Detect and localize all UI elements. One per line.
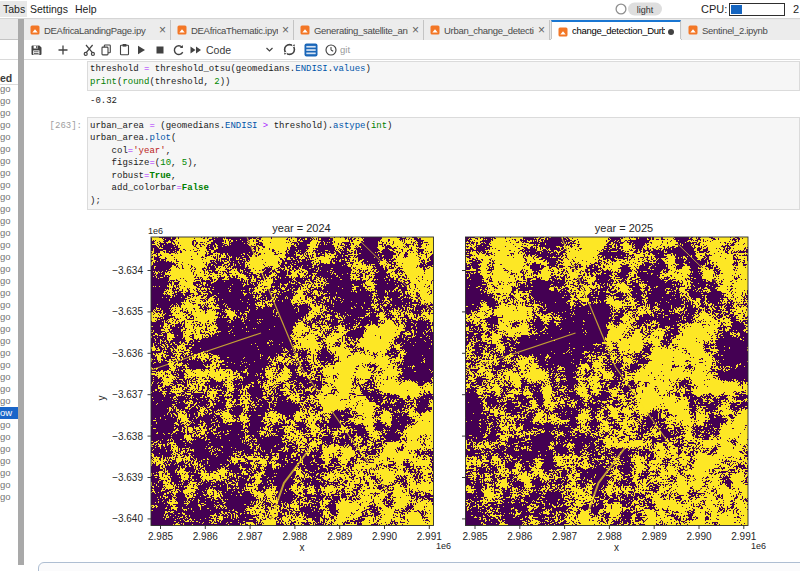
svg-text:2.985: 2.985 [462,531,487,542]
svg-text:light: light [637,5,654,15]
svg-text:2.986: 2.986 [193,531,218,542]
svg-text:2.987: 2.987 [238,531,263,542]
svg-text:x: x [300,542,305,553]
svg-text:2.988: 2.988 [597,531,622,542]
svg-text:−3.634: −3.634 [112,265,143,276]
svg-text:−3.635: −3.635 [112,306,143,317]
svg-text:2.987: 2.987 [552,531,577,542]
svg-text:2.990: 2.990 [372,531,397,542]
svg-text:2.986: 2.986 [507,531,532,542]
svg-text:2.989: 2.989 [327,531,352,542]
svg-text:1e6: 1e6 [751,541,766,551]
svg-text:Code: Code [206,44,231,56]
svg-text:y: y [96,396,107,401]
svg-text:−3.638: −3.638 [112,431,143,442]
svg-text:1e6: 1e6 [436,541,451,551]
svg-text:−3.640: −3.640 [112,513,143,524]
svg-text:year = 2025: year = 2025 [595,222,653,234]
svg-text:2.985: 2.985 [148,531,173,542]
svg-text:−3.637: −3.637 [112,389,143,400]
svg-text:2.988: 2.988 [282,531,307,542]
svg-text:year = 2024: year = 2024 [272,222,330,234]
svg-text:−3.639: −3.639 [112,472,143,483]
svg-text:−3.636: −3.636 [112,348,143,359]
svg-text:git: git [340,44,350,55]
svg-text:x: x [614,542,619,553]
svg-text:2.989: 2.989 [642,531,667,542]
svg-text:2.990: 2.990 [686,531,711,542]
svg-text:1e6: 1e6 [148,226,163,236]
